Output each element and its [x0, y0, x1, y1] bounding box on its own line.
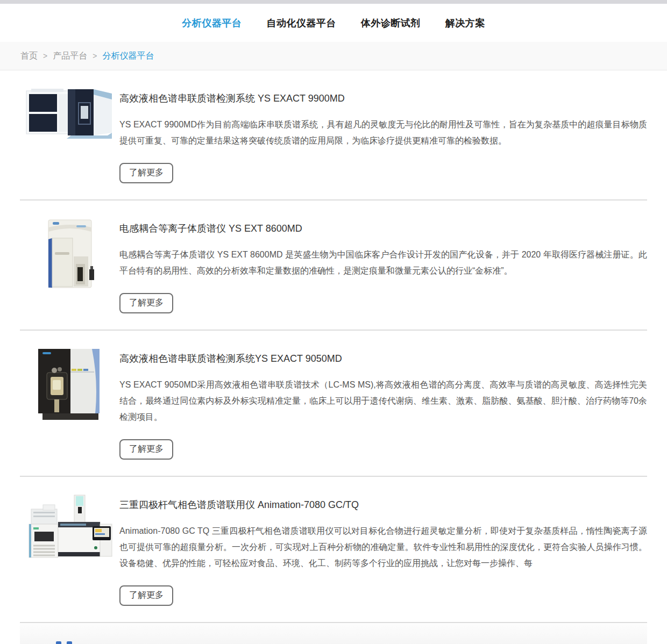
breadcrumb-separator: >: [43, 52, 47, 60]
product-description: 电感耦合等离子体质谱仪 YS EXT 8600MD 是英盛生物为中国临床客户合作…: [119, 247, 647, 279]
product-info: 高效液相色谱串联质谱检测系统YS EXACT 9050MD YS EXACT 9…: [119, 348, 647, 460]
nav-item-ivd-reagents[interactable]: 体外诊断试剂: [361, 17, 421, 30]
product-row: 三重四极杆气相色谱质谱联用仪 Animation-7080 GC/TQ Anim…: [20, 477, 647, 622]
breadcrumb-current: 分析仪器平台: [102, 51, 154, 62]
product-description: YS EXACT 9050MD采用高效液相色谱串联质谱技术（LC-MS MS),…: [119, 377, 647, 425]
hplc-gctq-7080-instrument-photo: [27, 494, 113, 561]
product-info: 三重四极杆气相色谱质谱联用仪 Animation-7080 GC/TQ Anim…: [119, 494, 647, 606]
product-image-link[interactable]: [20, 494, 119, 606]
learn-more-button[interactable]: 了解更多: [119, 163, 173, 183]
breadcrumb: 首页 > 产品平台 > 分析仪器平台: [0, 51, 154, 62]
product-row: 高效液相色谱串联质谱检测系统 YS EXACT 9900MD YS EXACT …: [20, 70, 647, 199]
product-title[interactable]: 三重四极杆气相色谱质谱联用仪 Animation-7080 GC/TQ: [119, 498, 647, 511]
product-title[interactable]: 高效液相色谱串联质谱检测系统YS EXACT 9050MD: [119, 352, 647, 365]
nav-item-solutions[interactable]: 解决方案: [445, 17, 485, 30]
hplc-aqua700-instrument-photo: [40, 639, 100, 644]
product-image-link[interactable]: [20, 348, 119, 460]
product-row: 高效液相色谱仪 Aqua-700: [20, 623, 647, 644]
breadcrumb-home[interactable]: 首页: [20, 51, 38, 62]
product-info: 高效液相色谱仪 Aqua-700: [119, 639, 647, 644]
breadcrumb-separator: >: [93, 52, 97, 60]
product-title[interactable]: 电感耦合等离子体质谱仪 YS EXT 8600MD: [119, 222, 647, 235]
breadcrumb-product-platform[interactable]: 产品平台: [53, 51, 87, 62]
product-title[interactable]: 高效液相色谱串联质谱检测系统 YS EXACT 9900MD: [119, 92, 647, 105]
product-row: 电感耦合等离子体质谱仪 YS EXT 8600MD 电感耦合等离子体质谱仪 YS…: [20, 201, 647, 330]
product-info: 电感耦合等离子体质谱仪 YS EXT 8600MD 电感耦合等离子体质谱仪 YS…: [119, 218, 647, 313]
top-border: [0, 0, 667, 4]
main-nav: 分析仪器平台 自动化仪器平台 体外诊断试剂 解决方案: [0, 4, 667, 42]
product-image-link[interactable]: [20, 88, 119, 183]
breadcrumb-band: 首页 > 产品平台 > 分析仪器平台: [0, 42, 667, 70]
lcms-9900-instrument-photo: [26, 88, 113, 139]
product-image-link[interactable]: [20, 218, 119, 313]
product-row: 高效液相色谱串联质谱检测系统YS EXACT 9050MD YS EXACT 9…: [20, 331, 647, 476]
product-image-link[interactable]: [20, 639, 119, 644]
product-list: 高效液相色谱串联质谱检测系统 YS EXACT 9900MD YS EXACT …: [20, 70, 647, 644]
learn-more-button[interactable]: 了解更多: [119, 439, 173, 460]
icpms-8600-instrument-photo: [45, 218, 95, 290]
product-description: YS EXACT 9900MD作为目前高端临床串联质谱系统，具有超凡的灵敏度无与…: [119, 117, 647, 149]
nav-item-automation-platform[interactable]: 自动化仪器平台: [266, 17, 336, 30]
learn-more-button[interactable]: 了解更多: [119, 585, 173, 606]
learn-more-button[interactable]: 了解更多: [119, 293, 173, 313]
nav-item-analytical-platform[interactable]: 分析仪器平台: [182, 17, 242, 30]
product-description: Animation-7080 GC TQ 三重四极杆气相色谱质谱联用仪可以对目标…: [119, 523, 647, 571]
lcms-9050-instrument-photo: [36, 348, 103, 422]
product-info: 高效液相色谱串联质谱检测系统 YS EXACT 9900MD YS EXACT …: [119, 88, 647, 183]
